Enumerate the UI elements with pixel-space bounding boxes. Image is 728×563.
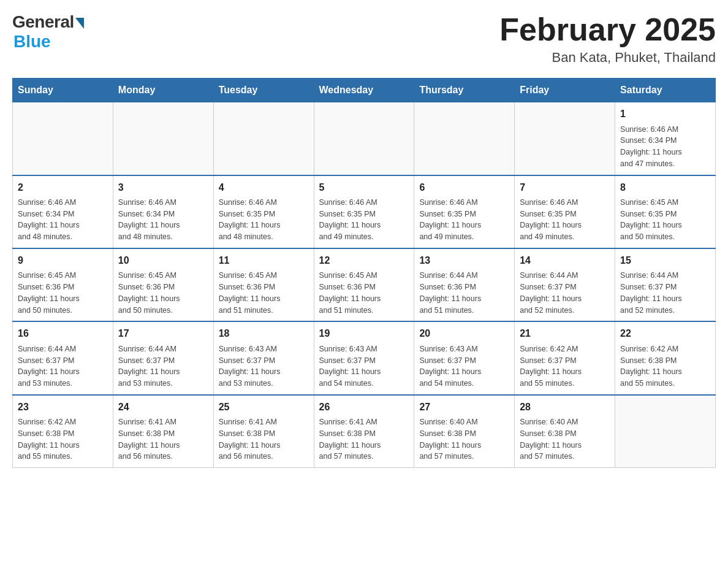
day-number: 20 [419, 327, 509, 340]
calendar-cell: 14Sunrise: 6:44 AM Sunset: 6:37 PM Dayli… [515, 248, 615, 321]
day-info: Sunrise: 6:45 AM Sunset: 6:36 PM Dayligh… [219, 270, 309, 316]
day-info: Sunrise: 6:46 AM Sunset: 6:35 PM Dayligh… [419, 197, 509, 243]
weekday-header-row: SundayMondayTuesdayWednesdayThursdayFrid… [13, 79, 716, 102]
day-info: Sunrise: 6:45 AM Sunset: 6:36 PM Dayligh… [18, 270, 108, 316]
day-number: 22 [620, 327, 710, 340]
weekday-header-sunday: Sunday [13, 79, 113, 102]
day-number: 19 [319, 327, 409, 340]
day-number: 27 [419, 400, 509, 414]
day-number: 14 [520, 254, 610, 267]
weekday-header-thursday: Thursday [414, 79, 515, 102]
day-number: 2 [18, 181, 108, 194]
logo: General Blue [12, 12, 84, 52]
weekday-header-tuesday: Tuesday [213, 79, 314, 102]
logo-blue-text: Blue [13, 32, 51, 52]
calendar-cell [213, 102, 314, 175]
calendar-cell: 28Sunrise: 6:40 AM Sunset: 6:38 PM Dayli… [515, 395, 615, 468]
calendar-cell [615, 395, 716, 468]
day-number: 23 [18, 400, 108, 414]
day-number: 8 [620, 181, 710, 194]
day-info: Sunrise: 6:46 AM Sunset: 6:35 PM Dayligh… [520, 197, 610, 243]
calendar-cell: 24Sunrise: 6:41 AM Sunset: 6:38 PM Dayli… [113, 395, 213, 468]
calendar-cell: 11Sunrise: 6:45 AM Sunset: 6:36 PM Dayli… [213, 248, 314, 321]
day-number: 16 [18, 327, 108, 340]
day-info: Sunrise: 6:40 AM Sunset: 6:38 PM Dayligh… [419, 416, 509, 462]
day-number: 28 [520, 400, 610, 414]
day-number: 9 [18, 254, 108, 267]
calendar-cell: 16Sunrise: 6:44 AM Sunset: 6:37 PM Dayli… [13, 321, 113, 394]
page-header: General Blue February 2025 Ban Kata, Phu… [12, 12, 716, 66]
logo-general-text: General [12, 12, 74, 32]
month-title: February 2025 [499, 12, 716, 47]
day-number: 24 [118, 400, 208, 414]
calendar-cell: 23Sunrise: 6:42 AM Sunset: 6:38 PM Dayli… [13, 395, 113, 468]
calendar-week-4: 23Sunrise: 6:42 AM Sunset: 6:38 PM Dayli… [13, 395, 716, 468]
day-number: 7 [520, 181, 610, 194]
calendar-cell: 18Sunrise: 6:43 AM Sunset: 6:37 PM Dayli… [213, 321, 314, 394]
calendar-cell: 8Sunrise: 6:45 AM Sunset: 6:35 PM Daylig… [615, 175, 716, 248]
day-info: Sunrise: 6:44 AM Sunset: 6:37 PM Dayligh… [118, 343, 208, 389]
location-title: Ban Kata, Phuket, Thailand [499, 50, 716, 66]
calendar-week-0: 1Sunrise: 6:46 AM Sunset: 6:34 PM Daylig… [13, 102, 716, 175]
day-info: Sunrise: 6:46 AM Sunset: 6:34 PM Dayligh… [118, 197, 208, 243]
day-info: Sunrise: 6:42 AM Sunset: 6:38 PM Dayligh… [18, 416, 108, 462]
day-info: Sunrise: 6:46 AM Sunset: 6:35 PM Dayligh… [219, 197, 309, 243]
weekday-header-wednesday: Wednesday [314, 79, 414, 102]
day-info: Sunrise: 6:45 AM Sunset: 6:36 PM Dayligh… [118, 270, 208, 316]
weekday-header-saturday: Saturday [615, 79, 716, 102]
calendar-cell: 5Sunrise: 6:46 AM Sunset: 6:35 PM Daylig… [314, 175, 414, 248]
day-number: 1 [620, 107, 710, 121]
calendar-cell: 27Sunrise: 6:40 AM Sunset: 6:38 PM Dayli… [414, 395, 515, 468]
day-number: 17 [118, 327, 208, 340]
day-info: Sunrise: 6:44 AM Sunset: 6:36 PM Dayligh… [419, 270, 509, 316]
calendar-cell: 13Sunrise: 6:44 AM Sunset: 6:36 PM Dayli… [414, 248, 515, 321]
day-info: Sunrise: 6:43 AM Sunset: 6:37 PM Dayligh… [319, 343, 409, 389]
calendar-cell: 4Sunrise: 6:46 AM Sunset: 6:35 PM Daylig… [213, 175, 314, 248]
calendar-cell: 22Sunrise: 6:42 AM Sunset: 6:38 PM Dayli… [615, 321, 716, 394]
logo-arrow-icon [75, 18, 84, 29]
calendar-cell: 7Sunrise: 6:46 AM Sunset: 6:35 PM Daylig… [515, 175, 615, 248]
day-info: Sunrise: 6:42 AM Sunset: 6:37 PM Dayligh… [520, 343, 610, 389]
day-number: 13 [419, 254, 509, 267]
day-info: Sunrise: 6:46 AM Sunset: 6:35 PM Dayligh… [319, 197, 409, 243]
calendar-week-3: 16Sunrise: 6:44 AM Sunset: 6:37 PM Dayli… [13, 321, 716, 394]
calendar-cell: 17Sunrise: 6:44 AM Sunset: 6:37 PM Dayli… [113, 321, 213, 394]
calendar-cell: 15Sunrise: 6:44 AM Sunset: 6:37 PM Dayli… [615, 248, 716, 321]
day-info: Sunrise: 6:44 AM Sunset: 6:37 PM Dayligh… [18, 343, 108, 389]
day-number: 25 [219, 400, 309, 414]
weekday-header-monday: Monday [113, 79, 213, 102]
day-info: Sunrise: 6:44 AM Sunset: 6:37 PM Dayligh… [620, 270, 710, 316]
day-info: Sunrise: 6:44 AM Sunset: 6:37 PM Dayligh… [520, 270, 610, 316]
calendar-cell: 1Sunrise: 6:46 AM Sunset: 6:34 PM Daylig… [615, 102, 716, 175]
calendar-table: SundayMondayTuesdayWednesdayThursdayFrid… [12, 78, 716, 468]
calendar-week-1: 2Sunrise: 6:46 AM Sunset: 6:34 PM Daylig… [13, 175, 716, 248]
calendar-cell: 26Sunrise: 6:41 AM Sunset: 6:38 PM Dayli… [314, 395, 414, 468]
weekday-header-friday: Friday [515, 79, 615, 102]
calendar-cell: 2Sunrise: 6:46 AM Sunset: 6:34 PM Daylig… [13, 175, 113, 248]
calendar-cell [515, 102, 615, 175]
calendar-cell [314, 102, 414, 175]
day-info: Sunrise: 6:42 AM Sunset: 6:38 PM Dayligh… [620, 343, 710, 389]
day-number: 21 [520, 327, 610, 340]
day-info: Sunrise: 6:43 AM Sunset: 6:37 PM Dayligh… [419, 343, 509, 389]
calendar-cell [414, 102, 515, 175]
day-number: 18 [219, 327, 309, 340]
day-info: Sunrise: 6:41 AM Sunset: 6:38 PM Dayligh… [118, 416, 208, 462]
calendar-cell: 9Sunrise: 6:45 AM Sunset: 6:36 PM Daylig… [13, 248, 113, 321]
day-number: 12 [319, 254, 409, 267]
day-info: Sunrise: 6:41 AM Sunset: 6:38 PM Dayligh… [219, 416, 309, 462]
calendar-cell: 10Sunrise: 6:45 AM Sunset: 6:36 PM Dayli… [113, 248, 213, 321]
day-info: Sunrise: 6:46 AM Sunset: 6:34 PM Dayligh… [18, 197, 108, 243]
calendar-cell: 21Sunrise: 6:42 AM Sunset: 6:37 PM Dayli… [515, 321, 615, 394]
day-number: 10 [118, 254, 208, 267]
day-info: Sunrise: 6:43 AM Sunset: 6:37 PM Dayligh… [219, 343, 309, 389]
day-number: 26 [319, 400, 409, 414]
title-area: February 2025 Ban Kata, Phuket, Thailand [499, 12, 716, 66]
day-number: 15 [620, 254, 710, 267]
day-number: 11 [219, 254, 309, 267]
calendar-cell: 3Sunrise: 6:46 AM Sunset: 6:34 PM Daylig… [113, 175, 213, 248]
calendar-week-2: 9Sunrise: 6:45 AM Sunset: 6:36 PM Daylig… [13, 248, 716, 321]
day-number: 5 [319, 181, 409, 194]
calendar-cell: 6Sunrise: 6:46 AM Sunset: 6:35 PM Daylig… [414, 175, 515, 248]
day-info: Sunrise: 6:40 AM Sunset: 6:38 PM Dayligh… [520, 416, 610, 462]
